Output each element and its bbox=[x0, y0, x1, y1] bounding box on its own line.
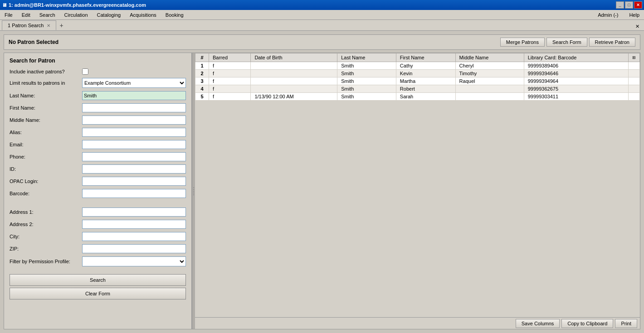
barcode-input[interactable] bbox=[82, 189, 186, 198]
title-bar-controls: _ □ ✕ bbox=[616, 1, 642, 9]
menu-circulation[interactable]: Circulation bbox=[61, 11, 92, 19]
menu-help[interactable]: Help bbox=[625, 11, 643, 19]
menu-file[interactable]: File bbox=[1, 11, 16, 19]
col-header-first-name[interactable]: First Name bbox=[396, 53, 455, 62]
address2-input[interactable] bbox=[82, 220, 186, 229]
search-panel: Search for Patron Include inactive patro… bbox=[4, 53, 192, 329]
middle-name-label: Middle Name: bbox=[10, 117, 82, 123]
menu-admin[interactable]: Admin (-) bbox=[594, 11, 622, 19]
bottom-bar: Save Columns Copy to Clipboard Print bbox=[195, 317, 640, 329]
col-header-middle-name[interactable]: Middle Name bbox=[455, 53, 524, 62]
top-bar-buttons: Merge Patrons Search Form Retrieve Patro… bbox=[500, 38, 635, 47]
id-input[interactable] bbox=[82, 164, 186, 174]
limit-results-select[interactable]: Example Consortium bbox=[82, 78, 186, 88]
top-bar: No Patron Selected Merge Patrons Search … bbox=[4, 34, 640, 50]
menu-bar: File Edit Search Circulation Cataloging … bbox=[0, 10, 644, 20]
zip-label: ZIP: bbox=[10, 246, 82, 251]
id-row: ID: bbox=[10, 164, 186, 174]
city-input[interactable] bbox=[82, 232, 186, 241]
table-row[interactable]: 2fSmithKevinTimothy99999394646 bbox=[195, 70, 640, 77]
include-inactive-row: Include inactive patrons? bbox=[10, 68, 186, 75]
alias-input[interactable] bbox=[82, 128, 186, 137]
limit-results-row: Limit results to patrons in Example Cons… bbox=[10, 78, 186, 88]
city-label: City: bbox=[10, 234, 82, 239]
tab-label: 1 Patron Search bbox=[8, 23, 44, 28]
results-table: # Barred Date of Birth Last Name First N… bbox=[195, 53, 640, 101]
minimize-button[interactable]: _ bbox=[616, 1, 624, 9]
search-panel-title: Search for Patron bbox=[10, 58, 186, 64]
address1-label: Address 1: bbox=[10, 209, 82, 215]
phone-row: Phone: bbox=[10, 152, 186, 161]
col-header-dob[interactable]: Date of Birth bbox=[251, 53, 337, 62]
menu-acquisitions[interactable]: Acquisitions bbox=[126, 11, 160, 19]
no-patron-label: No Patron Selected bbox=[9, 39, 59, 45]
menu-search[interactable]: Search bbox=[36, 11, 59, 19]
address1-input[interactable] bbox=[82, 208, 186, 217]
maximize-button[interactable]: □ bbox=[625, 1, 633, 9]
tab-close-icon[interactable]: ✕ bbox=[47, 23, 50, 28]
print-button[interactable]: Print bbox=[615, 319, 637, 328]
save-columns-button[interactable]: Save Columns bbox=[516, 319, 560, 328]
splitter-dots bbox=[193, 187, 194, 195]
filter-profile-row: Filter by Permission Profile: bbox=[10, 256, 186, 266]
work-area: Search for Patron Include inactive patro… bbox=[4, 53, 640, 329]
phone-input[interactable] bbox=[82, 152, 186, 161]
table-header-row: # Barred Date of Birth Last Name First N… bbox=[195, 53, 640, 62]
barcode-row: Barcode: bbox=[10, 189, 186, 198]
menu-booking[interactable]: Booking bbox=[162, 11, 187, 19]
tab-bar: 1 Patron Search ✕ + ✕ bbox=[0, 20, 644, 31]
table-row[interactable]: 4fSmithRobert99999362675 bbox=[195, 85, 640, 93]
middle-name-input[interactable] bbox=[82, 116, 186, 125]
tab-bar-close-button[interactable]: ✕ bbox=[633, 23, 642, 30]
limit-results-label: Limit results to patrons in bbox=[10, 80, 82, 86]
search-buttons: Search Clear Form bbox=[10, 274, 186, 299]
title-bar-text: 🖥 1: admin@BR1-winxpvmfx.phasefx.evergre… bbox=[2, 2, 146, 8]
table-row[interactable]: 3fSmithMarthaRaquel99999394964 bbox=[195, 77, 640, 85]
opac-login-input[interactable] bbox=[82, 177, 186, 186]
col-header-last-name[interactable]: Last Name bbox=[337, 53, 396, 62]
email-input[interactable] bbox=[82, 140, 186, 149]
retrieve-patron-button[interactable]: Retrieve Patron bbox=[589, 38, 635, 47]
filter-profile-label: Filter by Permission Profile: bbox=[10, 259, 82, 264]
city-row: City: bbox=[10, 232, 186, 241]
address2-label: Address 2: bbox=[10, 222, 82, 227]
opac-login-row: OPAC Login: bbox=[10, 177, 186, 186]
app-icon: 🖥 bbox=[2, 2, 7, 8]
opac-login-label: OPAC Login: bbox=[10, 179, 82, 184]
main-content: No Patron Selected Merge Patrons Search … bbox=[0, 31, 644, 333]
table-row[interactable]: 1fSmithCathyCheryl99999389406 bbox=[195, 62, 640, 70]
zip-input[interactable] bbox=[82, 244, 186, 253]
include-inactive-label: Include inactive patrons? bbox=[10, 69, 82, 74]
close-button[interactable]: ✕ bbox=[634, 1, 642, 9]
menu-edit[interactable]: Edit bbox=[18, 11, 34, 19]
email-label: Email: bbox=[10, 142, 82, 147]
search-button[interactable]: Search bbox=[10, 274, 186, 286]
tab-add-button[interactable]: + bbox=[56, 20, 67, 30]
barcode-label: Barcode: bbox=[10, 191, 82, 196]
clear-form-button[interactable]: Clear Form bbox=[10, 288, 186, 299]
col-header-barred[interactable]: Barred bbox=[209, 53, 251, 62]
first-name-input[interactable] bbox=[82, 103, 186, 112]
col-header-num[interactable]: # bbox=[195, 53, 209, 62]
address1-row: Address 1: bbox=[10, 208, 186, 217]
last-name-row: Last Name: bbox=[10, 91, 186, 100]
search-form-button[interactable]: Search Form bbox=[546, 38, 587, 47]
alias-label: Alias: bbox=[10, 130, 82, 135]
menu-cataloging[interactable]: Cataloging bbox=[93, 11, 125, 19]
menu-right: Admin (-) Help bbox=[594, 11, 643, 19]
phone-label: Phone: bbox=[10, 154, 82, 159]
include-inactive-checkbox[interactable] bbox=[82, 68, 88, 75]
col-header-barcode[interactable]: Library Card: Barcode bbox=[524, 53, 628, 62]
middle-name-row: Middle Name: bbox=[10, 116, 186, 125]
merge-patrons-button[interactable]: Merge Patrons bbox=[500, 38, 545, 47]
title-bar-label: 1: admin@BR1-winxpvmfx.phasefx.evergreen… bbox=[9, 2, 146, 8]
table-row[interactable]: 5f1/13/90 12:00 AMSmithSarah99999303411 bbox=[195, 93, 640, 101]
last-name-input[interactable] bbox=[82, 91, 186, 100]
title-bar: 🖥 1: admin@BR1-winxpvmfx.phasefx.evergre… bbox=[0, 0, 644, 10]
copy-clipboard-button[interactable]: Copy to Clipboard bbox=[561, 319, 613, 328]
tab-patron-search[interactable]: 1 Patron Search ✕ bbox=[2, 20, 56, 30]
results-table-container[interactable]: # Barred Date of Birth Last Name First N… bbox=[195, 53, 640, 317]
filter-profile-select[interactable] bbox=[82, 256, 186, 266]
first-name-label: First Name: bbox=[10, 105, 82, 111]
col-resize-handle[interactable]: ⊞ bbox=[629, 53, 640, 62]
